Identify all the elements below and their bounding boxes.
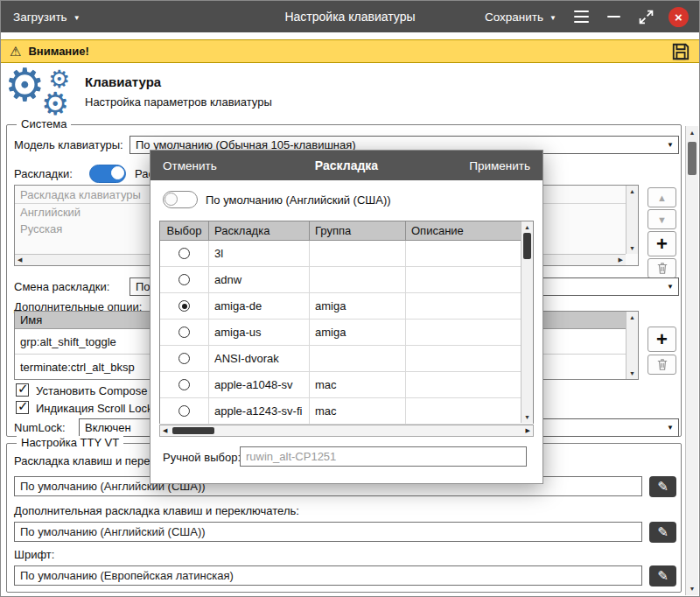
column-header: Описание bbox=[406, 221, 533, 240]
manual-select-label: Ручной выбор: bbox=[163, 451, 241, 464]
check-icon: ✓ bbox=[18, 381, 29, 397]
layout-dialog: Раскладка Отменить Применить По умолчани… bbox=[150, 150, 543, 484]
delete-option-button[interactable] bbox=[648, 355, 676, 375]
edit-tty-font-button[interactable]: ✎ bbox=[649, 565, 676, 586]
warning-bar: ⚠ Внимание! bbox=[1, 39, 699, 63]
layout-description-cell bbox=[406, 398, 533, 424]
menu-button[interactable] bbox=[571, 7, 591, 26]
layout-radio[interactable] bbox=[178, 248, 190, 259]
scrollbar-thumb[interactable] bbox=[172, 427, 214, 434]
manual-select-input[interactable] bbox=[240, 446, 527, 467]
load-menu-label: Загрузить bbox=[13, 11, 67, 24]
scroll-up-icon[interactable]: ▲ bbox=[686, 130, 698, 136]
chevron-down-icon: ▼ bbox=[74, 14, 80, 22]
layout-description-cell bbox=[406, 267, 533, 292]
tty-font-input[interactable] bbox=[14, 565, 642, 586]
scroll-down-icon[interactable]: ▼ bbox=[686, 586, 698, 592]
edit-tty-layout-button[interactable]: ✎ bbox=[649, 476, 676, 497]
warning-icon: ⚠ bbox=[10, 44, 21, 60]
table-row[interactable]: ANSI-dvorak bbox=[160, 346, 533, 372]
scroll-up-icon[interactable]: ▲ bbox=[522, 224, 533, 230]
minimize-icon bbox=[607, 16, 620, 18]
default-layout-toggle-label: По умолчанию (Английский (США)) bbox=[206, 193, 391, 207]
column-header: Группа bbox=[310, 221, 406, 240]
save-menu-button[interactable]: Сохранить ▼ bbox=[483, 11, 558, 24]
table-row[interactable]: apple-a1243-sv-fi mac bbox=[160, 398, 533, 425]
page-subtitle: Настройка параметров клавиатуры bbox=[85, 95, 272, 109]
delete-layout-button[interactable] bbox=[648, 258, 676, 278]
load-menu-button[interactable]: Загрузить ▼ bbox=[1, 1, 93, 32]
layouts-label: Раскладки: bbox=[14, 167, 73, 180]
save-to-file-button[interactable] bbox=[671, 42, 690, 61]
layout-group-cell bbox=[310, 267, 406, 292]
trash-icon bbox=[656, 262, 668, 275]
table-row[interactable]: amiga-us amiga bbox=[160, 320, 533, 346]
main-scrollbar[interactable]: ▲ ▼ bbox=[685, 126, 698, 595]
options-vertical-scrollbar[interactable]: ▲ ▼ bbox=[626, 312, 638, 379]
scroll-up-icon[interactable]: ▲ bbox=[626, 314, 638, 320]
layout-description-cell bbox=[406, 293, 533, 319]
add-option-button[interactable]: + bbox=[648, 327, 676, 352]
layout-name-cell: amiga-de bbox=[209, 293, 310, 319]
titlebar: Загрузить ▼ Настройка клавиатуры Сохрани… bbox=[1, 1, 699, 32]
table-row[interactable]: amiga-de amiga bbox=[160, 293, 533, 320]
tty-field-label: Дополнительная раскладка клавиш и перекл… bbox=[14, 504, 299, 517]
layout-group-cell: amiga bbox=[310, 320, 406, 345]
tty-extra-layout-input[interactable] bbox=[14, 522, 642, 542]
scrolllock-checkbox[interactable]: ✓ bbox=[16, 401, 29, 414]
dialog-apply-button[interactable]: Применить bbox=[469, 159, 530, 172]
expand-icon bbox=[639, 10, 654, 25]
table-row[interactable]: apple-a1048-sv mac bbox=[160, 372, 533, 398]
column-header: Выбор bbox=[160, 221, 209, 240]
dialog-table-vertical-scrollbar[interactable]: ▲ ▼ bbox=[521, 221, 533, 423]
layout-radio[interactable] bbox=[178, 300, 190, 312]
move-layout-up-button[interactable]: ▲ bbox=[648, 187, 676, 207]
table-row[interactable]: adnw bbox=[160, 267, 533, 293]
close-button[interactable]: × bbox=[668, 7, 689, 27]
layout-table-header: Выбор Раскладка Группа Описание bbox=[160, 221, 533, 241]
scroll-down-icon[interactable]: ▼ bbox=[626, 245, 638, 251]
scroll-up-icon[interactable]: ▲ bbox=[626, 188, 638, 194]
scroll-down-icon[interactable]: ▼ bbox=[626, 370, 638, 376]
layout-name-cell: amiga-us bbox=[209, 320, 310, 345]
layouts-toggle[interactable] bbox=[89, 165, 126, 183]
dialog-table-horizontal-scrollbar[interactable]: ◀ ▶ bbox=[159, 425, 534, 437]
gear-icon: ⚙ bbox=[4, 62, 46, 108]
hamburger-icon bbox=[574, 11, 589, 24]
scrollbar-thumb[interactable] bbox=[523, 233, 531, 259]
system-legend: Система bbox=[17, 117, 71, 130]
chevron-down-icon: ▼ bbox=[667, 141, 674, 149]
layout-radio[interactable] bbox=[178, 405, 190, 417]
numlock-label: NumLock: bbox=[14, 421, 66, 434]
scroll-left-icon[interactable]: ◀ bbox=[18, 255, 22, 265]
edit-tty-extra-layout-button[interactable]: ✎ bbox=[649, 522, 676, 543]
scrolllock-checkbox-label: Индикация Scroll Lock bbox=[36, 402, 153, 415]
table-row[interactable]: 3l bbox=[160, 241, 533, 267]
scroll-left-icon[interactable]: ◀ bbox=[163, 425, 167, 436]
floppy-icon bbox=[671, 42, 690, 61]
save-menu-label: Сохранить bbox=[485, 11, 543, 24]
layout-radio[interactable] bbox=[178, 379, 190, 390]
layout-name-cell: apple-a1243-sv-fi bbox=[209, 398, 310, 424]
minimize-button[interactable] bbox=[604, 7, 623, 26]
dialog-cancel-button[interactable]: Отменить bbox=[163, 159, 217, 172]
layout-group-cell: amiga bbox=[310, 293, 406, 319]
layout-switch-label: Смена раскладки: bbox=[14, 280, 109, 293]
scrollbar-thumb[interactable] bbox=[688, 142, 696, 175]
expand-button[interactable] bbox=[636, 7, 655, 26]
gear-icon: ⚙ bbox=[41, 88, 69, 120]
listbox-vertical-scrollbar[interactable]: ▲ ▼ bbox=[626, 186, 638, 254]
chevron-down-icon: ▼ bbox=[550, 14, 556, 22]
scroll-right-icon[interactable]: ▶ bbox=[619, 255, 623, 265]
layout-radio[interactable] bbox=[178, 353, 190, 364]
layout-group-cell: mac bbox=[310, 398, 406, 424]
scroll-down-icon[interactable]: ▼ bbox=[522, 414, 533, 420]
move-layout-down-button[interactable]: ▼ bbox=[648, 209, 676, 229]
layout-name-cell: adnw bbox=[209, 267, 310, 292]
layout-radio[interactable] bbox=[178, 274, 190, 285]
default-layout-toggle[interactable] bbox=[163, 191, 198, 208]
compose-checkbox[interactable]: ✓ bbox=[16, 383, 29, 397]
add-layout-button[interactable]: + bbox=[648, 231, 676, 256]
layout-radio[interactable] bbox=[178, 327, 190, 338]
scroll-right-icon[interactable]: ▶ bbox=[526, 425, 530, 436]
